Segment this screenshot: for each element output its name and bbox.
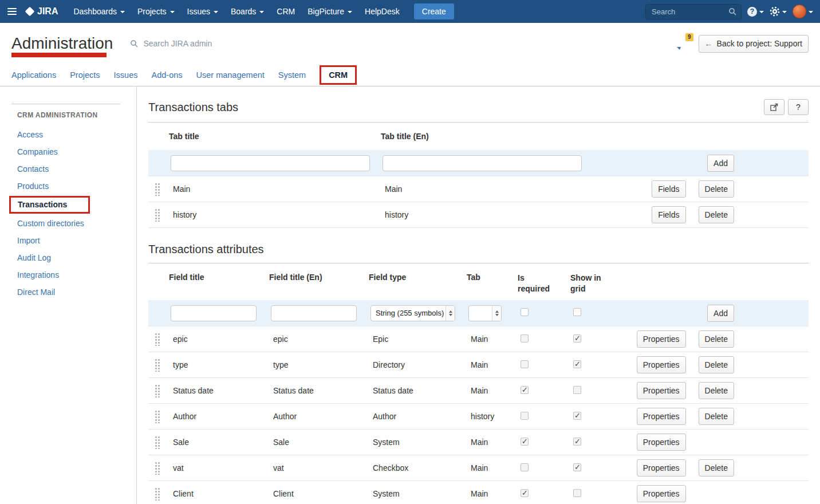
tab-title-en-cell: Main (381, 184, 627, 194)
sidebar-item[interactable]: Import (17, 232, 136, 249)
field-title-en-cell: Sale (269, 438, 369, 447)
top-navbar: JIRA Dashboards Projects Issues Boards C… (0, 0, 820, 23)
chevron-down-icon (120, 11, 125, 13)
help-menu[interactable]: ? (747, 7, 764, 17)
new-show-in-grid-checkbox[interactable] (573, 308, 581, 316)
show-in-grid-checkbox (573, 489, 581, 497)
delete-button[interactable]: Delete (699, 206, 734, 223)
tab-cell: Main (467, 463, 518, 472)
new-tab-title-en-input[interactable] (383, 155, 582, 171)
field-type-select[interactable]: String (255 symbols) (370, 305, 455, 321)
table-header-row: Tab title Tab title (En) (148, 123, 809, 150)
add-attribute-button[interactable]: Add (707, 305, 734, 322)
jira-logo[interactable]: JIRA (26, 6, 58, 17)
drag-handle-icon[interactable] (155, 462, 160, 475)
help-icon: ? (747, 7, 757, 17)
back-to-project-button[interactable]: ← Back to project: Support (699, 35, 809, 53)
nav-menu-item[interactable]: CRM (270, 0, 301, 23)
new-is-required-checkbox[interactable] (521, 308, 529, 316)
field-title-en-cell: epic (269, 334, 369, 344)
admin-tab[interactable]: CRM (320, 65, 357, 85)
admin-tab[interactable]: Issues (114, 70, 138, 80)
profile-menu[interactable] (793, 5, 813, 18)
search-icon[interactable] (728, 7, 736, 15)
help-button[interactable]: ? (788, 99, 809, 115)
nav-menu-item[interactable]: Issues (181, 0, 224, 23)
is-required-checkbox (521, 334, 529, 342)
nav-menu-item[interactable]: HelpDesk (358, 0, 406, 23)
app-switcher-icon[interactable] (0, 0, 24, 23)
admin-tab[interactable]: Applications (11, 70, 56, 80)
drag-handle-icon[interactable] (155, 208, 160, 222)
drag-handle-icon[interactable] (155, 333, 160, 346)
delete-button[interactable]: Delete (699, 459, 734, 477)
admin-search-input[interactable] (142, 38, 262, 49)
sidebar-item[interactable]: Custom directories (17, 215, 136, 232)
properties-button[interactable]: Properties (637, 485, 686, 502)
jira-logo-text: JIRA (37, 6, 58, 17)
section-toolbar: ? (764, 99, 809, 115)
new-field-title-en-input[interactable] (271, 305, 357, 321)
drag-handle-icon[interactable] (155, 436, 160, 449)
admin-tab[interactable]: Add-ons (152, 70, 183, 80)
is-required-checkbox (521, 360, 529, 368)
sidebar-heading: CRM ADMINISTRATION (11, 104, 120, 119)
sidebar-item[interactable]: Products (17, 178, 136, 195)
tab-select[interactable] (468, 305, 502, 321)
settings-menu[interactable] (770, 6, 787, 17)
admin-tab[interactable]: User management (196, 70, 265, 80)
nav-menu-item[interactable]: Projects (131, 0, 181, 23)
transactions-attributes-title: Transactions attributes (148, 243, 264, 256)
drag-handle-icon[interactable] (155, 359, 160, 372)
properties-button[interactable]: Properties (637, 356, 686, 373)
sidebar-item[interactable]: Direct Mail (17, 284, 136, 301)
sidebar-item[interactable]: Access (17, 126, 136, 143)
sidebar-item[interactable]: Audit Log (17, 249, 136, 266)
drag-handle-icon[interactable] (155, 183, 160, 196)
delete-button[interactable]: Delete (699, 408, 734, 425)
add-tab-button[interactable]: Add (707, 155, 734, 172)
drag-handle-icon[interactable] (155, 384, 160, 397)
chevron-down-icon (259, 11, 264, 13)
field-title-en-cell: type (269, 360, 369, 369)
properties-button[interactable]: Properties (637, 459, 686, 477)
properties-button[interactable]: Properties (637, 382, 686, 399)
show-in-grid-checkbox (573, 386, 581, 394)
delete-button[interactable]: Delete (699, 356, 734, 373)
nav-menu-item[interactable]: BigPicture (301, 0, 358, 23)
sidebar-item[interactable]: Contacts (17, 160, 136, 178)
sidebar-item[interactable]: Companies (17, 143, 136, 160)
sidebar-item[interactable]: Integrations (17, 266, 136, 284)
drag-handle-icon[interactable] (155, 487, 160, 501)
is-required-checkbox (521, 438, 529, 446)
admin-tab[interactable]: Projects (70, 70, 100, 80)
admin-tab[interactable]: System (278, 70, 306, 80)
new-field-title-input[interactable] (171, 305, 257, 321)
drag-handle-icon[interactable] (155, 410, 160, 423)
delete-button[interactable]: Delete (699, 330, 734, 348)
fields-button[interactable]: Fields (652, 180, 685, 198)
fields-button[interactable]: Fields (652, 206, 685, 223)
properties-button[interactable]: Properties (637, 408, 686, 425)
delete-button[interactable]: Delete (699, 180, 734, 198)
annotation-underline (11, 53, 107, 57)
export-button[interactable] (764, 99, 784, 115)
new-tab-title-input[interactable] (171, 155, 370, 171)
export-icon (770, 103, 778, 111)
properties-button[interactable]: Properties (637, 434, 686, 451)
properties-button[interactable]: Properties (637, 330, 686, 348)
nav-menu-item[interactable]: Dashboards (67, 0, 131, 23)
delete-button[interactable]: Delete (699, 382, 734, 399)
table-header-row: Field title Field title (En) Field type … (148, 263, 809, 300)
sidebar-item[interactable]: Transactions (9, 196, 90, 214)
create-button[interactable]: Create (414, 3, 454, 19)
feedback-bubble-icon[interactable]: 9 (675, 38, 689, 50)
attribute-row: Status date Status date Status date Main… (148, 378, 809, 404)
show-in-grid-checkbox (573, 334, 581, 342)
field-title-cell: Sale (169, 438, 269, 447)
is-required-checkbox (521, 386, 529, 394)
nav-menu-item[interactable]: Boards (224, 0, 270, 23)
quick-search-input[interactable] (651, 7, 728, 17)
admin-header: Administration 9 ← Back to project: Supp… (0, 23, 820, 64)
field-title-en-cell: Author (269, 412, 369, 421)
